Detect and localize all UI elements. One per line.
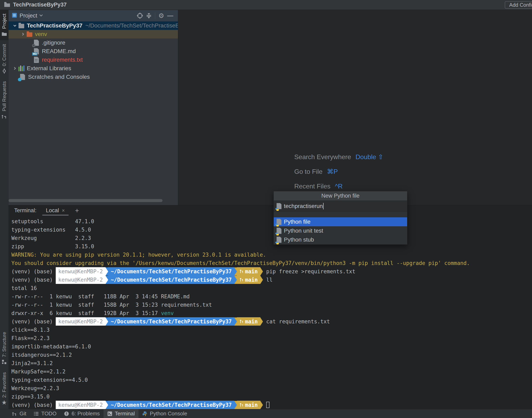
branch-name: main [245,277,258,283]
gitignore-file-icon [33,39,40,46]
terminal-label: Terminal: [14,207,37,214]
tree-item-label: README.md [42,48,76,55]
terminal-icon [107,411,113,416]
statusbar-problems[interactable]: 6: Problems [60,409,103,418]
python-file-icon [277,237,282,243]
statusbar-label: Python Console [150,410,187,417]
tree-row-readme[interactable]: MD README.md [9,47,178,56]
terminal-text: importlib-metadata==6.1.0 [11,344,91,350]
branch-name: main [245,268,258,275]
statusbar-git[interactable]: Git [8,409,30,418]
terminal-text: -rw-r--r-- 1 kenwu staff 118B Apr 3 14:4… [11,293,190,300]
tree-row-venv[interactable]: venv [9,30,178,38]
git-branch-icon [239,277,243,283]
chevron-right-icon[interactable] [12,67,18,70]
stripe-button-commit[interactable]: 0: Commit [0,40,9,78]
prompt-branch-segment: main [237,401,260,409]
scratches-icon [19,74,26,80]
hint-shortcut: ⌘P [327,168,338,175]
popup-option-python-unit-test[interactable]: Python unit test [274,226,407,235]
popup-option-python-file[interactable]: Python file [274,217,407,226]
terminal-line: drwxr-xr-x 6 kenwu staff 192B Apr 3 15:1… [11,309,532,317]
collapse-all-icon[interactable] [144,11,153,20]
statusbar-todo[interactable]: TODO [30,409,60,418]
terminal-line: (venv) (base)kenwu@KenMBP-2~/Documents/T… [11,276,532,284]
terminal-cursor[interactable] [266,402,270,408]
powerline-arrow-icon [234,267,237,276]
tree-row-scratches[interactable]: Scratches and Consoles [9,73,178,81]
python-file-icon [277,203,282,209]
stripe-button-pull-requests[interactable]: Pull Requests [0,78,9,123]
markdown-file-icon: MD [33,48,40,55]
new-terminal-tab-button[interactable]: + [75,207,79,214]
project-tool-icon [1,31,7,37]
project-root-path: ~/Documents/TechSet/TechPractiseBy [85,22,178,29]
terminal-line: You should consider upgrading via the '/… [11,259,532,267]
stripe-bottom-group: 7: Structure 2: Favorites ★ [0,328,8,409]
tree-row-gitignore[interactable]: .gitignore [9,38,178,47]
tree-item-label: requirements.txt [42,57,83,63]
terminal-header: Terminal: Local × + [9,205,532,216]
statusbar-label: Terminal [115,410,135,417]
tree-item-label: Scratches and Consoles [28,74,90,80]
add-configuration-button[interactable]: Add Config [505,1,532,9]
stripe-label-project: Project [1,14,7,29]
horizontal-scrollbar[interactable] [9,199,162,202]
pull-requests-icon [1,113,7,119]
statusbar-terminal[interactable]: Terminal [103,409,138,418]
python-file-icon [277,228,282,234]
popup-option-label: Python stub [284,236,314,243]
tree-row-project-root[interactable]: TechPractiseByPy37 ~/Documents/TechSet/T… [9,21,178,30]
terminal-line: zipp==3.15.0 [11,392,532,401]
popup-title: New Python file [274,191,407,201]
terminal-line: WARNING: You are using pip version 20.1.… [11,251,532,259]
terminal-line: (venv) (base)kenwu@KenMBP-2~/Documents/T… [11,401,532,409]
settings-gear-icon[interactable]: ⚙ [157,11,166,20]
terminal-text: itsdangerous==2.1.2 [11,352,72,358]
tree-row-requirements[interactable]: requirements.txt [9,56,178,64]
prompt-cwd-segment: ~/Documents/TechSet/TechPractiseByPy37 [108,267,235,276]
project-view-title[interactable]: Project [20,12,37,19]
stripe-button-favorites[interactable]: 2: Favorites ★ [0,369,9,409]
folder-icon [26,31,33,37]
new-python-file-popup: New Python file techpractiserun Python f… [273,191,407,245]
terminal-text: drwxr-xr-x 6 kenwu staff 192B Apr 3 15:1… [11,310,161,316]
powerline-arrow-icon [106,267,108,276]
tree-row-external-libraries[interactable]: External Libraries [9,64,178,73]
tree-item-label: External Libraries [27,65,71,72]
text-file-icon [33,57,40,63]
text-caret [323,203,324,209]
terminal-output[interactable]: setuptools 47.1.0typing-extensions 4.5.0… [9,216,532,409]
powerline-arrow-icon [260,276,263,284]
stripe-button-structure[interactable]: 7: Structure [0,328,9,369]
terminal-text: Werkzeug 2.2.3 [11,235,91,241]
chevron-down-icon[interactable] [39,14,43,18]
statusbar-python-console[interactable]: Python Console [138,409,191,418]
chevron-right-icon[interactable] [20,33,26,36]
powerline-arrow-icon [234,317,237,325]
stripe-button-project[interactable]: Project [0,10,9,40]
terminal-line: Werkzeug 2.2.3 [11,234,532,242]
hide-panel-icon[interactable]: — [166,11,175,20]
left-tool-stripe: Project 0: Commit Pull Requests 7: St [0,10,9,409]
popup-option-label: Python file [284,219,311,225]
popup-filename-input[interactable]: techpractiserun [274,201,407,212]
terminal-text: MarkupSafe==2.1.2 [11,369,66,375]
tree-item-label: venv [35,31,47,37]
python-file-icon [277,219,282,225]
prompt-prefix: (venv) (base) [11,277,53,283]
terminal-line: MarkupSafe==2.1.2 [11,367,532,376]
terminal-line: typing-extensions 4.5.0 [11,225,532,234]
powerline-arrow-icon [260,317,263,325]
terminal-text: -rw-r--r-- 1 kenwu staff 158B Apr 3 15:2… [11,302,212,308]
prompt-branch-segment: main [237,317,260,325]
chevron-down-icon[interactable] [12,25,18,27]
terminal-text: Jinja2==3.1.2 [11,360,53,366]
prompt-cwd-segment: ~/Documents/TechSet/TechPractiseByPy37 [108,276,235,284]
popup-option-python-stub[interactable]: Python stub [274,235,407,244]
terminal-line: Werkzeug==2.2.3 [11,384,532,392]
close-tab-icon[interactable]: × [62,208,65,213]
terminal-text: setuptools 47.1.0 [11,218,94,224]
terminal-tab-local[interactable]: Local × [45,205,66,216]
locate-file-icon[interactable] [136,11,144,20]
